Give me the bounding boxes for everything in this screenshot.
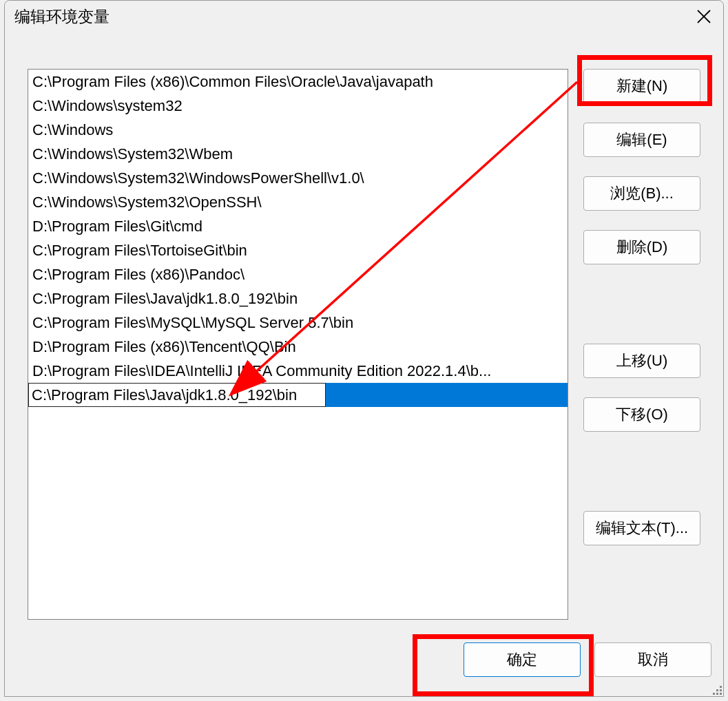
close-button[interactable] bbox=[694, 7, 714, 26]
list-item-selected[interactable] bbox=[28, 383, 568, 407]
list-item[interactable]: C:\Program Files (x86)\Pandoc\ bbox=[28, 262, 568, 286]
new-button[interactable]: 新建(N) bbox=[583, 69, 700, 103]
edittext-button[interactable]: 编辑文本(T)... bbox=[583, 511, 700, 545]
close-icon bbox=[696, 8, 712, 25]
list-item[interactable]: C:\Program Files\MySQL\MySQL Server 5.7\… bbox=[28, 311, 568, 335]
resize-grip[interactable] bbox=[709, 682, 722, 695]
moveup-button[interactable]: 上移(U) bbox=[583, 344, 700, 378]
list-item[interactable]: C:\Program Files\Java\jdk1.8.0_192\bin bbox=[28, 286, 568, 311]
list-item[interactable]: C:\Windows\system32 bbox=[28, 94, 568, 118]
movedown-button[interactable]: 下移(O) bbox=[583, 397, 700, 432]
ok-button[interactable]: 确定 bbox=[464, 642, 581, 677]
list-item[interactable]: C:\Windows\System32\WindowsPowerShell\v1… bbox=[28, 166, 568, 190]
list-item[interactable]: C:\Windows bbox=[28, 118, 568, 142]
list-item[interactable]: D:\Program Files\IDEA\IntelliJ IDEA Comm… bbox=[28, 359, 568, 383]
list-item[interactable]: C:\Windows\System32\Wbem bbox=[28, 142, 568, 166]
delete-button[interactable]: 删除(D) bbox=[583, 230, 700, 264]
dialog-title: 编辑环境变量 bbox=[14, 6, 694, 28]
list-item[interactable]: D:\Program Files (x86)\Tencent\QQ\Bin bbox=[28, 335, 568, 359]
list-item[interactable]: C:\Windows\System32\OpenSSH\ bbox=[28, 190, 568, 214]
path-listbox[interactable]: C:\Program Files (x86)\Common Files\Orac… bbox=[28, 69, 568, 620]
side-button-panel: 新建(N) 编辑(E) 浏览(B)... 删除(D) 上移(U) 下移(O) 编… bbox=[583, 69, 707, 545]
dialog-body: C:\Program Files (x86)\Common Files\Orac… bbox=[5, 32, 723, 696]
list-item[interactable]: C:\Program Files (x86)\Common Files\Orac… bbox=[28, 70, 568, 94]
edit-button[interactable]: 编辑(E) bbox=[583, 123, 700, 157]
list-item[interactable]: C:\Program Files\TortoiseGit\bin bbox=[28, 238, 568, 262]
cancel-button[interactable]: 取消 bbox=[594, 642, 711, 677]
dialog-window: 编辑环境变量 C:\Program Files (x86)\Common Fil… bbox=[4, 0, 724, 697]
titlebar: 编辑环境变量 bbox=[5, 1, 723, 32]
inline-edit-input[interactable] bbox=[28, 383, 326, 407]
browse-button[interactable]: 浏览(B)... bbox=[583, 176, 700, 211]
dialog-footer: 确定 取消 bbox=[5, 614, 723, 696]
list-item[interactable]: D:\Program Files\Git\cmd bbox=[28, 214, 568, 238]
